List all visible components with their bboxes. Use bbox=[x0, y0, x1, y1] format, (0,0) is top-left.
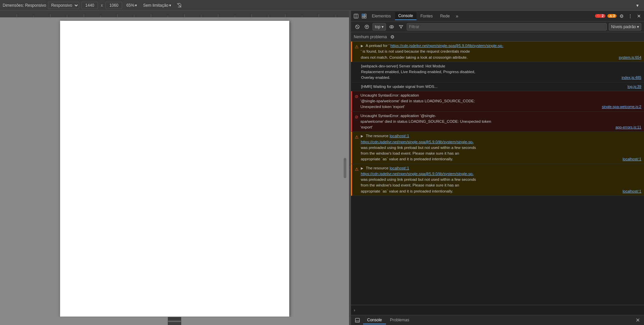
console-prompt: › bbox=[354, 308, 355, 313]
msg-content-1: ▶ A preload for ' https://cdn.jsdelivr.n… bbox=[361, 43, 641, 60]
msg-info-hmr: [HMR] Waiting for update signal from WDS… bbox=[351, 83, 644, 91]
issues-settings-icon[interactable]: ⚙ bbox=[389, 33, 396, 41]
msg-content-3: [HMR] Waiting for update signal from WDS… bbox=[361, 84, 641, 90]
msg-content-7: ▶ The resource localhost/:1 https://cdn.… bbox=[361, 165, 641, 194]
msg-text-5: Uncaught SyntaxError: application '@sing… bbox=[360, 114, 491, 129]
width-input[interactable] bbox=[81, 2, 98, 9]
close-devtools-button[interactable]: ✕ bbox=[635, 12, 643, 20]
more-options-button[interactable]: ▾ bbox=[633, 1, 641, 9]
location-2[interactable]: index.js:485 bbox=[622, 75, 641, 80]
svg-line-28 bbox=[356, 25, 359, 28]
svg-rect-23 bbox=[362, 14, 364, 16]
devtools-dock-icon[interactable] bbox=[352, 12, 360, 20]
dimension-x: x bbox=[100, 3, 103, 8]
warn-icon-1: ⚠ bbox=[355, 44, 359, 50]
tab-rede[interactable]: Rede bbox=[437, 12, 453, 20]
msg-info-webpack: [webpack-dev-server] Server started: Hot… bbox=[351, 62, 644, 83]
bottom-bar bbox=[168, 317, 181, 325]
warn-icon-2: ⚠ bbox=[355, 134, 359, 141]
svg-rect-35 bbox=[355, 318, 359, 322]
context-selector[interactable]: top ▾ bbox=[373, 23, 386, 31]
msg-error-2: ⊘ Uncaught SyntaxError: application '@si… bbox=[351, 112, 644, 132]
eye-icon[interactable] bbox=[388, 23, 395, 31]
msg-content-2: [webpack-dev-server] Server started: Hot… bbox=[361, 63, 641, 81]
msg-warn-preload1: ⚠ ▶ A preload for ' https://cdn.jsdelivr… bbox=[351, 42, 644, 62]
msg-warn-resource2: ⚠ ▶ The resource localhost/:1 https://cd… bbox=[351, 164, 644, 196]
expand-2[interactable]: ▶ bbox=[361, 134, 363, 138]
devtools-panel: Elementos Console Fontes Rede » 🔴 2 ⚠ 3 … bbox=[351, 11, 644, 325]
svg-rect-25 bbox=[362, 16, 364, 18]
msg-text-1: A preload for ' https://cdn.jsdelivr.net… bbox=[361, 44, 503, 59]
dimensions-label: Dimensões: Responsivo bbox=[3, 3, 46, 8]
page-frame-container bbox=[0, 17, 349, 317]
no-issues-bar: Nenhum problema ⚙ bbox=[351, 32, 644, 42]
error-icon-2: ⊘ bbox=[355, 114, 358, 120]
bottom-tab-console[interactable]: Console bbox=[363, 316, 386, 324]
tab-console[interactable]: Console bbox=[395, 12, 416, 20]
expand-1[interactable]: ▶ bbox=[361, 44, 363, 48]
zoom-button[interactable]: 65% ▾ bbox=[124, 2, 139, 8]
console-toolbar: top ▾ Níveis padrão ▾ bbox=[351, 21, 644, 32]
scroll-indicator bbox=[344, 158, 346, 178]
msg-text-3: [HMR] Waiting for update signal from WDS… bbox=[361, 85, 438, 89]
filter-icon2[interactable] bbox=[397, 23, 405, 31]
bottom-handle bbox=[168, 321, 181, 322]
no-camera-icon[interactable] bbox=[175, 1, 183, 9]
bottom-tab-problemas[interactable]: Problemas bbox=[386, 316, 413, 324]
link-5[interactable]: https://cdn.jsdelivr.net/npm/single-spa@… bbox=[361, 172, 474, 176]
svg-rect-24 bbox=[364, 14, 366, 16]
height-input[interactable] bbox=[105, 2, 122, 9]
msg-content-6: ▶ The resource localhost/:1 https://cdn.… bbox=[361, 133, 641, 162]
msg-content-4: Uncaught SyntaxError: application '@sing… bbox=[360, 93, 641, 110]
throttle-button[interactable]: Sem limitação ▾ bbox=[141, 2, 173, 8]
console-filter-icon[interactable] bbox=[363, 23, 370, 31]
tab-overflow[interactable]: » bbox=[454, 12, 460, 20]
link-3[interactable]: https://cdn.jsdelivr.net/npm/single-spa@… bbox=[361, 140, 474, 144]
no-issues-text: Nenhum problema bbox=[354, 35, 387, 39]
tab-elementos[interactable]: Elementos bbox=[368, 12, 394, 20]
location-5[interactable]: app-errors.js:11 bbox=[615, 124, 641, 130]
devtools-top-tabs: Elementos Console Fontes Rede » 🔴 2 ⚠ 3 … bbox=[351, 11, 644, 21]
msg-text-7: The resource localhost/:1 https://cdn.js… bbox=[361, 166, 476, 193]
warn-badge: ⚠ 3 bbox=[607, 14, 616, 18]
location-7[interactable]: localhost/:1 bbox=[623, 188, 641, 194]
warn-icon-3: ⚠ bbox=[355, 166, 359, 173]
browser-area bbox=[0, 11, 349, 325]
tab-fontes[interactable]: Fontes bbox=[417, 12, 436, 20]
svg-point-33 bbox=[390, 25, 394, 28]
msg-text-2: [webpack-dev-server] Server started: Hot… bbox=[361, 64, 475, 80]
msg-content-5: Uncaught SyntaxError: application '@sing… bbox=[360, 113, 641, 130]
bottom-tab-bar: Console Problemas ✕ bbox=[351, 315, 644, 325]
location-6[interactable]: localhost/:1 bbox=[623, 156, 641, 162]
drawer-icon[interactable] bbox=[354, 317, 361, 324]
top-toolbar: Dimensões: Responsivo Responsivo x 65% ▾… bbox=[0, 0, 644, 11]
close-bottom-panel-button[interactable]: ✕ bbox=[634, 316, 641, 324]
error-badge: 🔴 2 bbox=[595, 14, 605, 18]
location-1[interactable]: system.js:654 bbox=[619, 55, 641, 60]
filter-input[interactable] bbox=[407, 23, 607, 31]
msg-text-6: The resource localhost/:1 https://cdn.js… bbox=[361, 134, 476, 161]
devtools-tab-right: 🔴 2 ⚠ 3 ⚙ ⋮ ✕ bbox=[594, 12, 643, 20]
console-input[interactable] bbox=[357, 308, 641, 313]
devtools-inspect-icon[interactable] bbox=[360, 12, 368, 20]
msg-warn-resource1: ⚠ ▶ The resource localhost/:1 https://cd… bbox=[351, 132, 644, 164]
link-1[interactable]: https://cdn.jsdelivr.net/npm/single-spa@… bbox=[390, 44, 503, 48]
svg-rect-26 bbox=[364, 16, 366, 18]
expand-3[interactable]: ▶ bbox=[361, 166, 363, 170]
dimensions-select[interactable]: Responsivo bbox=[48, 2, 79, 9]
settings-icon[interactable]: ⚙ bbox=[618, 12, 625, 20]
location-3[interactable]: log.js:39 bbox=[628, 84, 641, 90]
clear-console-button[interactable] bbox=[354, 23, 361, 31]
location-4[interactable]: single-spa-welcome.js:2 bbox=[602, 104, 641, 110]
levels-selector[interactable]: Níveis padrão ▾ bbox=[609, 23, 641, 31]
main-area: Elementos Console Fontes Rede » 🔴 2 ⚠ 3 … bbox=[0, 11, 644, 325]
link-2[interactable]: localhost/:1 bbox=[390, 134, 409, 138]
link-4[interactable]: localhost/:1 bbox=[390, 166, 409, 170]
ruler-top bbox=[0, 11, 349, 17]
console-input-area: › bbox=[351, 305, 644, 315]
page-frame[interactable] bbox=[60, 21, 289, 317]
svg-point-34 bbox=[391, 26, 392, 28]
console-messages[interactable]: ⚠ ▶ A preload for ' https://cdn.jsdelivr… bbox=[351, 42, 644, 305]
error-icon-1: ⊘ bbox=[355, 93, 358, 100]
more-devtools-icon[interactable]: ⋮ bbox=[627, 12, 634, 20]
